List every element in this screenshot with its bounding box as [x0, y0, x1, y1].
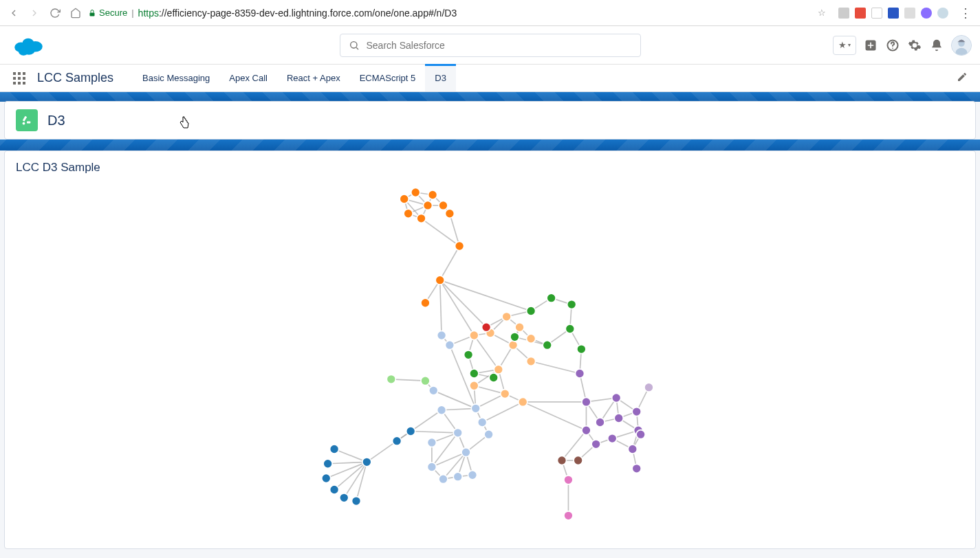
- graph-node[interactable]: [322, 474, 331, 483]
- graph-node[interactable]: [428, 190, 437, 199]
- nav-tab-d3[interactable]: D3: [425, 65, 456, 91]
- ext-icon[interactable]: [921, 8, 932, 19]
- nav-tab-apex-call[interactable]: Apex Call: [219, 65, 277, 91]
- notifications-bell-icon[interactable]: [929, 38, 944, 53]
- graph-node[interactable]: [471, 404, 480, 413]
- graph-node[interactable]: [501, 390, 510, 399]
- graph-node[interactable]: [435, 276, 444, 284]
- graph-node[interactable]: [527, 357, 536, 366]
- graph-node[interactable]: [515, 323, 524, 332]
- graph-node[interactable]: [519, 397, 527, 406]
- graph-node[interactable]: [527, 306, 536, 315]
- graph-node[interactable]: [614, 414, 623, 423]
- d3-force-graph[interactable]: [16, 175, 964, 518]
- graph-node[interactable]: [406, 427, 415, 436]
- graph-node[interactable]: [386, 375, 395, 383]
- graph-node[interactable]: [461, 448, 470, 457]
- graph-node[interactable]: [352, 497, 361, 506]
- graph-node[interactable]: [445, 341, 454, 350]
- ext-icon[interactable]: [838, 8, 849, 19]
- graph-node[interactable]: [424, 201, 433, 210]
- graph-node[interactable]: [445, 209, 454, 218]
- graph-node[interactable]: [453, 428, 462, 437]
- graph-node[interactable]: [340, 493, 349, 502]
- graph-node[interactable]: [564, 511, 573, 520]
- reload-button[interactable]: [47, 5, 63, 21]
- graph-node[interactable]: [632, 464, 641, 473]
- graph-node[interactable]: [502, 312, 511, 321]
- graph-node[interactable]: [393, 436, 402, 445]
- graph-node[interactable]: [421, 298, 430, 307]
- setup-gear-icon[interactable]: [907, 38, 922, 53]
- graph-node[interactable]: [596, 418, 605, 427]
- graph-node[interactable]: [427, 438, 436, 447]
- graph-node[interactable]: [470, 331, 479, 340]
- graph-node[interactable]: [439, 475, 448, 484]
- graph-node[interactable]: [323, 459, 332, 468]
- add-icon[interactable]: [863, 38, 878, 53]
- salesforce-logo-icon[interactable]: [11, 33, 47, 58]
- graph-node[interactable]: [470, 381, 479, 390]
- nav-tab-basic-messaging[interactable]: Basic Messaging: [133, 65, 219, 91]
- global-search[interactable]: [340, 34, 641, 57]
- graph-node[interactable]: [582, 397, 591, 406]
- graph-node[interactable]: [632, 408, 641, 416]
- graph-node[interactable]: [455, 242, 464, 251]
- edit-page-icon[interactable]: [950, 71, 974, 85]
- home-button[interactable]: [67, 5, 84, 21]
- back-button[interactable]: [6, 5, 22, 21]
- graph-node[interactable]: [565, 324, 574, 333]
- graph-node[interactable]: [577, 345, 586, 354]
- ext-icon[interactable]: [904, 8, 915, 19]
- graph-node[interactable]: [543, 341, 552, 350]
- graph-node[interactable]: [330, 485, 339, 494]
- address-bar[interactable]: Secure | https://efficiency-page-8359-de…: [88, 8, 830, 19]
- graph-node[interactable]: [468, 471, 477, 480]
- graph-node[interactable]: [547, 293, 556, 302]
- graph-node[interactable]: [427, 462, 436, 471]
- graph-node[interactable]: [558, 456, 567, 465]
- graph-node[interactable]: [644, 383, 653, 392]
- graph-node[interactable]: [330, 445, 339, 454]
- graph-node[interactable]: [591, 440, 600, 449]
- search-input[interactable]: [367, 40, 632, 51]
- graph-node[interactable]: [509, 341, 518, 350]
- graph-node[interactable]: [484, 430, 493, 439]
- ext-icon[interactable]: [937, 8, 948, 19]
- graph-node[interactable]: [429, 386, 438, 395]
- graph-node[interactable]: [510, 333, 519, 342]
- graph-node[interactable]: [437, 405, 446, 414]
- graph-node[interactable]: [417, 214, 426, 223]
- graph-node[interactable]: [576, 369, 585, 378]
- graph-node[interactable]: [482, 323, 491, 332]
- favorites-button[interactable]: ★▾: [833, 36, 856, 55]
- help-icon[interactable]: [885, 38, 900, 53]
- graph-node[interactable]: [362, 458, 371, 467]
- graph-node[interactable]: [564, 476, 573, 484]
- star-icon[interactable]: ☆: [814, 8, 830, 18]
- graph-node[interactable]: [421, 377, 430, 386]
- graph-node[interactable]: [527, 334, 536, 343]
- graph-node[interactable]: [437, 331, 446, 340]
- graph-node[interactable]: [612, 394, 621, 403]
- graph-node[interactable]: [478, 418, 487, 427]
- graph-node[interactable]: [464, 350, 473, 359]
- nav-tab-react-apex[interactable]: React + Apex: [277, 65, 350, 91]
- graph-node[interactable]: [470, 369, 479, 378]
- graph-node[interactable]: [494, 365, 503, 374]
- graph-node[interactable]: [489, 373, 498, 382]
- user-avatar[interactable]: [951, 35, 972, 56]
- nav-tab-ecmascript-5[interactable]: ECMAScript 5: [350, 65, 426, 91]
- graph-node[interactable]: [439, 201, 448, 210]
- graph-node[interactable]: [411, 188, 420, 197]
- graph-node[interactable]: [582, 426, 591, 435]
- ext-icon[interactable]: [855, 8, 866, 19]
- graph-node[interactable]: [628, 445, 637, 454]
- graph-node[interactable]: [574, 456, 582, 465]
- graph-node[interactable]: [636, 430, 645, 439]
- graph-node[interactable]: [567, 300, 576, 309]
- app-launcher-icon[interactable]: [11, 70, 28, 87]
- browser-menu-icon[interactable]: ⋮: [957, 7, 974, 19]
- graph-node[interactable]: [400, 194, 409, 203]
- graph-node[interactable]: [404, 209, 413, 218]
